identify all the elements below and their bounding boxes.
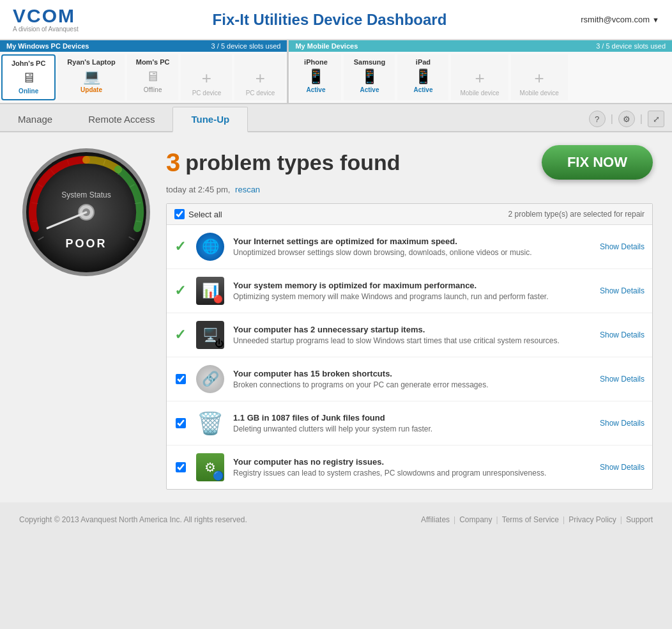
pc-devices-section: My Windows PC Devices 3 / 5 device slots… (0, 40, 289, 103)
monitor-icon-mom: 🖥 (146, 68, 160, 85)
header-title: Fix-It Utilities Device Dashboard (213, 11, 447, 29)
mobile-slots-used: 3 / 5 device slots used (596, 42, 666, 50)
device-name-samsung: Samsung (354, 58, 386, 66)
gauge-container: System Status POOR (19, 145, 153, 279)
device-status-offline: Offline (144, 86, 162, 93)
pc-device-tabs: John's PC 🖥 Online Ryan's Laptop 💻 Updat… (0, 52, 287, 103)
user-menu[interactable]: rsmith@vcom.com ▼ (581, 15, 659, 24)
tab-tune-up[interactable]: Tune-Up (172, 107, 248, 132)
device-tab-add-mobile-2[interactable]: x + Mobile device (511, 54, 568, 100)
footer-link-affiliates[interactable]: Affiliates (421, 515, 450, 524)
select-all-checkbox[interactable] (174, 209, 185, 219)
settings-icon: ⚙ (623, 114, 630, 124)
add-pc-text-1: PC device (192, 89, 222, 97)
device-name-johns: John's PC (11, 59, 45, 67)
device-tab-samsung[interactable]: Samsung 📱 Active (344, 54, 395, 100)
device-tab-ipad[interactable]: iPad 📱 Active (397, 54, 448, 100)
logo-vcom: VCOM (13, 6, 79, 26)
show-details-registry[interactable]: Show Details (600, 463, 645, 472)
registry-icon: ⚙ 🔵 (195, 452, 225, 483)
logo-sub: A division of Avanquest (13, 26, 79, 33)
footer: Copyright © 2013 Avanquest North America… (0, 502, 672, 537)
footer-link-support[interactable]: Support (626, 515, 653, 524)
checkbox-junk[interactable] (174, 418, 187, 428)
footer-sep-4: | (620, 515, 622, 524)
problem-text: problem types found (185, 150, 400, 175)
show-details-startup[interactable]: Show Details (600, 330, 645, 339)
problem-desc-registry: Registry issues can lead to system crash… (233, 469, 592, 478)
rescan-link[interactable]: rescan (235, 185, 260, 194)
shortcuts-icon: 🔗 (195, 364, 225, 394)
gauge-svg: System Status POOR (19, 145, 153, 279)
add-pc-text-2: PC device (246, 89, 275, 97)
pc-bar-label: My Windows PC Devices (6, 42, 89, 50)
problem-item-internet: ✓ 🌐 Your Internet settings are optimized… (167, 225, 652, 269)
selected-info: 2 problem type(s) are selected for repai… (508, 210, 645, 219)
device-tab-add-pc-2[interactable]: x + PC device (234, 54, 286, 100)
footer-link-tos[interactable]: Terms of Service (502, 515, 559, 524)
fix-now-button[interactable]: FIX NOW (542, 145, 653, 180)
select-all-bar: Select all 2 problem type(s) are selecte… (167, 204, 652, 225)
problem-desc-memory: Optimizing system memory will make Windo… (233, 292, 592, 301)
divider-2: | (640, 113, 643, 125)
show-details-internet[interactable]: Show Details (600, 242, 645, 251)
expand-button[interactable]: ⤢ (648, 111, 664, 127)
footer-copyright: Copyright © 2013 Avanquest North America… (19, 515, 247, 524)
check-green-internet: ✓ (174, 238, 187, 255)
device-status-samsung: Active (360, 86, 379, 93)
checkbox-registry[interactable] (174, 462, 187, 472)
select-all-text: Select all (188, 210, 222, 219)
tab-manage[interactable]: Manage (0, 107, 70, 132)
device-tab-moms-pc[interactable]: Mom's PC 🖥 Offline (127, 54, 179, 100)
device-name-ipad: iPad (416, 58, 431, 66)
tab-manage-label: Manage (18, 114, 52, 125)
problem-desc-internet: Unoptimized browser settings slow down b… (233, 248, 592, 257)
problem-body-registry: Your computer has no registry issues. Re… (233, 457, 592, 478)
device-tab-add-mobile-1[interactable]: x + Mobile device (451, 54, 508, 100)
show-details-junk[interactable]: Show Details (600, 419, 645, 428)
ipad-icon: 📱 (415, 68, 432, 85)
right-panel: 3 problem types found FIX NOW today at 2… (166, 145, 653, 490)
help-button[interactable]: ? (589, 111, 606, 127)
footer-sep-2: | (496, 515, 498, 524)
plus-icon-mobile1: + (475, 68, 484, 88)
divider-1: | (611, 113, 613, 125)
show-details-memory[interactable]: Show Details (600, 286, 645, 295)
plus-icon-mobile2: + (535, 68, 544, 88)
problem-list: Select all 2 problem type(s) are selecte… (166, 203, 653, 490)
select-all-label[interactable]: Select all (174, 209, 222, 219)
footer-link-privacy[interactable]: Privacy Policy (569, 515, 616, 524)
device-name-iphone: iPhone (304, 58, 328, 66)
problem-body-junk: 1.1 GB in 1087 files of Junk files found… (233, 413, 592, 433)
problem-title-memory: Your system memory is optimized for maxi… (233, 281, 592, 290)
mobile-bar-label: My Mobile Devices (295, 42, 358, 50)
svg-text:POOR: POOR (65, 237, 107, 250)
device-status-online: Online (19, 88, 38, 95)
junk-icon: 🗑️ (195, 408, 225, 439)
footer-sep-3: | (563, 515, 565, 524)
scan-time: today at 2:45 pm, (166, 185, 230, 194)
device-tab-iphone[interactable]: iPhone 📱 Active (290, 54, 341, 100)
add-mobile-text-2: Mobile device (520, 89, 559, 97)
header: VCOM A division of Avanquest Fix-It Util… (0, 0, 672, 40)
device-tab-johns-pc[interactable]: John's PC 🖥 Online (1, 54, 56, 100)
device-tab-ryans-laptop[interactable]: Ryan's Laptop 💻 Update (58, 54, 124, 100)
show-details-shortcuts[interactable]: Show Details (600, 375, 645, 384)
main-tabs-bar: Manage Remote Access Tune-Up ? | ⚙ | ⤢ (0, 104, 672, 132)
device-tab-add-pc-1[interactable]: x + PC device (181, 54, 232, 100)
tab-remote-access-label: Remote Access (88, 114, 155, 125)
problem-title-startup: Your computer has 2 unnecessary startup … (233, 325, 592, 334)
samsung-icon: 📱 (361, 68, 378, 85)
tab-remote-access[interactable]: Remote Access (70, 107, 172, 132)
content-area: System Status POOR 3 problem types found… (0, 132, 672, 502)
problem-title-junk: 1.1 GB in 1087 files of Junk files found (233, 413, 592, 423)
footer-sep-1: | (454, 515, 455, 524)
footer-link-company[interactable]: Company (459, 515, 492, 524)
iphone-icon: 📱 (307, 68, 325, 85)
checkbox-shortcuts[interactable] (174, 374, 187, 384)
laptop-icon: 💻 (83, 68, 100, 85)
device-status-update: Update (80, 86, 102, 93)
pc-section-header: My Windows PC Devices 3 / 5 device slots… (0, 40, 287, 52)
check-green-memory: ✓ (174, 283, 187, 299)
settings-button[interactable]: ⚙ (618, 111, 635, 127)
